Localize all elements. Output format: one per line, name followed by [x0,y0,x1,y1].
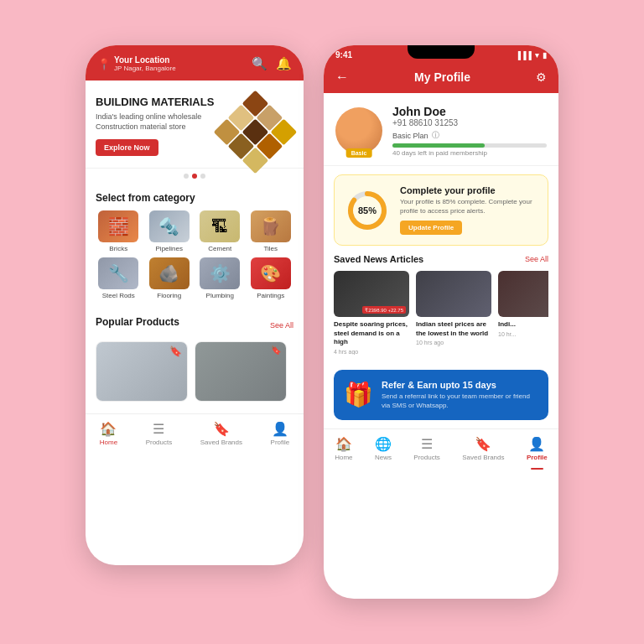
rnav-news-label: News [375,454,392,461]
plan-label: Basic Plan [392,132,428,140]
refer-title: Refer & Earn upto 15 days [382,380,538,390]
news-title-1: Despite soaring prices, steel demand is … [334,320,409,346]
news-title-2: Indian steel prices are the lowest in th… [416,320,491,338]
rnav-products-icon: ☰ [421,436,433,452]
phone-notch [408,45,475,59]
hero-banner: BUILDING MATERIALS India's leading onlin… [86,80,304,169]
rnav-home-icon: 🏠 [335,436,352,452]
category-tiles[interactable]: 🪵 Tiles [248,210,294,252]
steel-rods-image: 🔧 [98,257,138,289]
news-image-2 [416,271,491,317]
rnav-news[interactable]: 🌐 News [375,436,392,461]
carousel-dots [86,169,304,184]
dot-1[interactable] [184,174,189,179]
rnav-news-icon: 🌐 [375,436,392,452]
flooring-image: 🪨 [149,257,190,289]
category-cement[interactable]: 🏗 Cement [197,210,243,252]
popular-products-section: Popular Products See All 🔖 🔖 [86,308,304,410]
rnav-saved-brands[interactable]: 🔖 Saved Brands [462,436,504,461]
news-see-all[interactable]: See All [525,255,548,263]
plumbing-label: Plumbing [206,292,234,299]
category-flooring[interactable]: 🪨 Flooring [147,257,193,299]
see-all-link[interactable]: See All [270,321,293,330]
days-left: 40 days left in paid membership [392,149,547,157]
rnav-home[interactable]: 🏠 Home [335,436,352,461]
rnav-products[interactable]: ☰ Products [413,436,440,461]
plan-badge: Basic [346,148,372,158]
avatar-wrap: Basic [335,107,382,154]
back-button[interactable]: ← [335,70,349,85]
category-pipelines[interactable]: 🔩 Pipelines [147,210,193,252]
category-steel-rods[interactable]: 🔧 Steel Rods [96,257,142,299]
left-bottom-nav: 🏠 Home ☰ Products 🔖 Saved Brands 👤 Profi… [86,413,304,454]
category-plumbing[interactable]: ⚙️ Plumbing [197,257,243,299]
gift-icon: 🎁 [344,381,373,408]
cement-label: Cement [208,245,231,252]
rnav-profile[interactable]: 👤 Profile [527,436,548,461]
banner-title: BUILDING MATERIALS [96,96,218,109]
news-card-2[interactable]: Indian steel prices are the lowest in th… [416,271,491,354]
search-icon[interactable]: 🔍 [252,56,267,71]
signal-icon: ▐▐▐ [516,51,532,60]
news-image-3 [498,271,548,317]
plumbing-image: ⚙️ [200,257,240,289]
bookmark-icon-1[interactable]: 🔖 [169,345,182,357]
flooring-label: Flooring [157,292,181,299]
avatar [335,107,382,154]
status-time: 9:41 [335,50,352,60]
nav-saved-brands[interactable]: 🔖 Saved Brands [200,421,242,446]
banner-subtitle: India's leading online wholesale Constru… [96,112,218,132]
nav-home-label: Home [100,439,117,446]
products-icon: ☰ [153,421,164,437]
news-card-1[interactable]: ₹2398.90 +22.75 Despite soaring prices, … [334,271,409,354]
rnav-home-label: Home [335,454,352,461]
nav-products-label: Products [146,439,173,446]
bookmark-icon-2[interactable]: 🔖 [271,345,281,355]
donut-label: 85% [358,205,377,216]
cement-image: 🏗 [200,210,240,242]
paintings-image: 🎨 [251,257,291,289]
nav-products[interactable]: ☰ Products [146,421,173,446]
category-paintings[interactable]: 🎨 Paintings [248,257,294,299]
settings-icon[interactable]: ⚙ [536,70,547,84]
header-title: My Profile [414,70,470,84]
product-card-1[interactable]: 🔖 [96,341,188,402]
nav-profile[interactable]: 👤 Profile [271,421,290,446]
nav-home[interactable]: 🏠 Home [100,421,117,446]
news-card-3[interactable]: Indi... 10 hr... [498,271,548,354]
active-indicator [531,468,543,470]
rnav-profile-label: Profile [527,454,548,461]
pipelines-label: Pipelines [156,245,183,252]
update-profile-button[interactable]: Update Profile [400,221,462,235]
plan-info-icon: ⓘ [432,130,439,141]
location-icon: 📍 [97,58,111,70]
profile-header: ← My Profile ⚙ [324,63,558,93]
profile-phone: +91 88610 31253 [392,118,547,127]
bricks-image: 🧱 [98,210,138,242]
product-image-1: 🔖 [96,342,187,401]
news-row: ₹2398.90 +22.75 Despite soaring prices, … [334,271,548,354]
complete-profile-card: 85% Complete your profile Your profile i… [334,174,548,246]
tiles-image: 🪵 [251,210,291,242]
complete-card-subtitle: Your profile is 85% complete. Complete y… [400,197,538,216]
progress-fill [392,143,485,148]
refer-banner[interactable]: 🎁 Refer & Earn upto 15 days Send a refer… [334,370,548,420]
news-time-3: 10 hr... [498,331,548,337]
category-section: Select from category 🧱 Bricks 🔩 Pipeline… [86,184,304,308]
rnav-products-label: Products [413,454,440,461]
profile-name: John Doe [392,105,547,118]
notification-icon[interactable]: 🔔 [276,56,292,71]
category-bricks[interactable]: 🧱 Bricks [96,210,142,252]
dot-2[interactable] [192,174,197,179]
pipelines-image: 🔩 [149,210,190,242]
home-icon: 🏠 [100,421,117,437]
product-card-2[interactable]: 🔖 [195,341,287,402]
profile-icon: 👤 [272,421,288,437]
battery-icon: ▮ [543,51,547,60]
right-phone: 9:41 ▐▐▐ ▾ ▮ ← My Profile ⚙ Basic John D… [324,45,558,599]
location-title: Your Location [114,55,176,65]
dot-3[interactable] [200,174,205,179]
rnav-profile-icon: 👤 [528,436,545,452]
explore-button[interactable]: Explore Now [96,139,158,156]
location-block[interactable]: 📍 Your Location JP Nagar, Bangalore [97,55,176,72]
